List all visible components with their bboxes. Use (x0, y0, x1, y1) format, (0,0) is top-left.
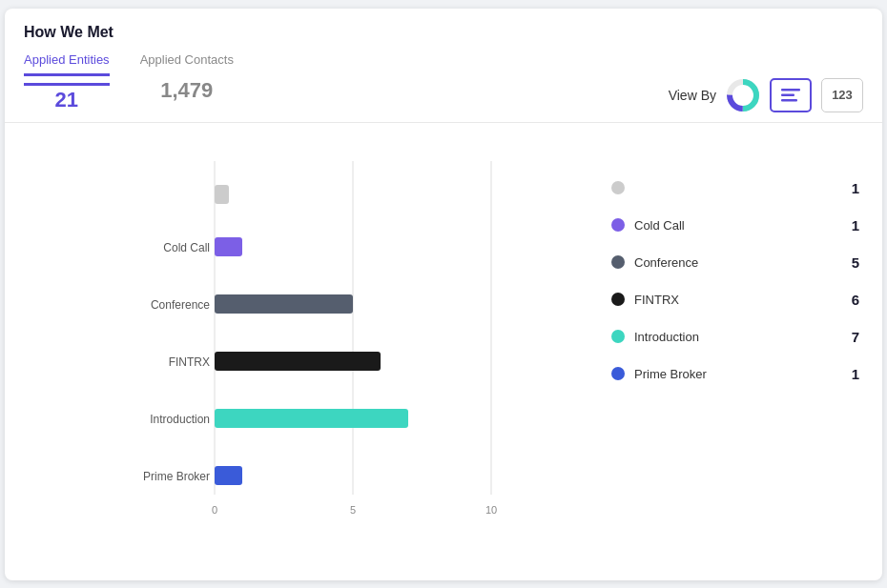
svg-rect-13 (215, 185, 229, 204)
bar-chart-area: 0 5 10 Cold Call Conference FINTRX Intro… (28, 142, 592, 546)
card-title: How We Met (24, 24, 863, 52)
svg-rect-23 (215, 466, 242, 485)
legend-label-fintrx: FINTRX (634, 293, 679, 307)
tab-contacts-label: Applied Contacts (140, 52, 234, 67)
card-body: 0 5 10 Cold Call Conference FINTRX Intro… (5, 123, 882, 565)
legend-area: 1 Cold Call 1 Conference 5 (592, 142, 859, 546)
svg-text:Introduction: Introduction (150, 413, 210, 426)
number-view-label: 123 (832, 88, 853, 102)
view-by-section: View By 123 (669, 78, 863, 122)
legend-left-conference: Conference (611, 255, 698, 270)
tab-applied-entities[interactable]: Applied Entities 21 (24, 52, 110, 122)
tab-entities-value: 21 (24, 88, 110, 112)
legend-item-conference: Conference 5 (611, 254, 859, 271)
legend-label-conference: Conference (634, 255, 698, 270)
svg-text:10: 10 (485, 504, 497, 516)
legend-left-introduction: Introduction (611, 330, 699, 344)
donut-chart-icon[interactable] (726, 78, 760, 112)
bar-chart-svg: 0 5 10 Cold Call Conference FINTRX Intro… (28, 142, 592, 542)
legend-item-cold-call: Cold Call 1 (611, 217, 859, 233)
tabs-container: Applied Entities 21 Applied Contacts 1,4… (24, 52, 234, 122)
svg-rect-19 (215, 352, 381, 371)
legend-count-introduction: 7 (852, 329, 859, 345)
svg-rect-6 (781, 99, 797, 102)
svg-point-3 (734, 87, 752, 104)
tabs-row: Applied Entities 21 Applied Contacts 1,4… (24, 52, 863, 122)
tab-applied-contacts[interactable]: Applied Contacts 1,479 (140, 52, 234, 122)
svg-rect-5 (781, 93, 794, 96)
legend-left-prime-broker: Prime Broker (611, 367, 707, 381)
svg-text:Cold Call: Cold Call (163, 241, 210, 254)
svg-text:Prime Broker: Prime Broker (143, 470, 210, 483)
svg-rect-21 (215, 409, 408, 428)
tab-contacts-value: 1,479 (140, 78, 234, 103)
legend-count-fintrx: 6 (852, 292, 859, 308)
view-by-label: View By (669, 88, 716, 103)
legend-count-conference: 5 (852, 254, 859, 271)
legend-item-prime-broker: Prime Broker 1 (611, 366, 859, 382)
legend-dot-cold-call (611, 218, 625, 232)
legend-count-cold-call: 1 (852, 217, 859, 233)
legend-item-introduction: Introduction 7 (611, 329, 859, 345)
legend-left-fintrx: FINTRX (611, 293, 679, 307)
legend-label-prime-broker: Prime Broker (634, 367, 707, 381)
legend-dot-fintrx (611, 293, 625, 306)
card-header: How We Met Applied Entities 21 Applied C… (5, 9, 882, 123)
number-view-button[interactable]: 123 (821, 78, 863, 112)
bar-chart-view-button[interactable] (770, 78, 812, 112)
legend-label-cold-call: Cold Call (634, 218, 685, 233)
legend-item-fintrx: FINTRX 6 (611, 292, 859, 308)
svg-text:5: 5 (350, 504, 356, 516)
tab-entities-label: Applied Entities (24, 52, 110, 76)
legend-item-unknown: 1 (611, 180, 859, 196)
svg-text:Conference: Conference (151, 298, 210, 312)
legend-dot-introduction (611, 330, 625, 343)
legend-left-unknown (611, 181, 634, 194)
legend-count-unknown: 1 (852, 180, 859, 196)
legend-dot-prime-broker (611, 367, 625, 380)
svg-text:0: 0 (212, 504, 217, 516)
svg-rect-4 (781, 89, 800, 91)
svg-rect-17 (215, 294, 353, 314)
svg-text:FINTRX: FINTRX (169, 355, 210, 369)
legend-label-introduction: Introduction (634, 330, 699, 344)
svg-rect-15 (215, 237, 242, 256)
legend-left-cold-call: Cold Call (611, 218, 685, 233)
legend-dot-unknown (611, 181, 625, 194)
legend-count-prime-broker: 1 (852, 366, 859, 382)
legend-dot-conference (611, 255, 625, 269)
main-card: How We Met Applied Entities 21 Applied C… (5, 9, 882, 580)
